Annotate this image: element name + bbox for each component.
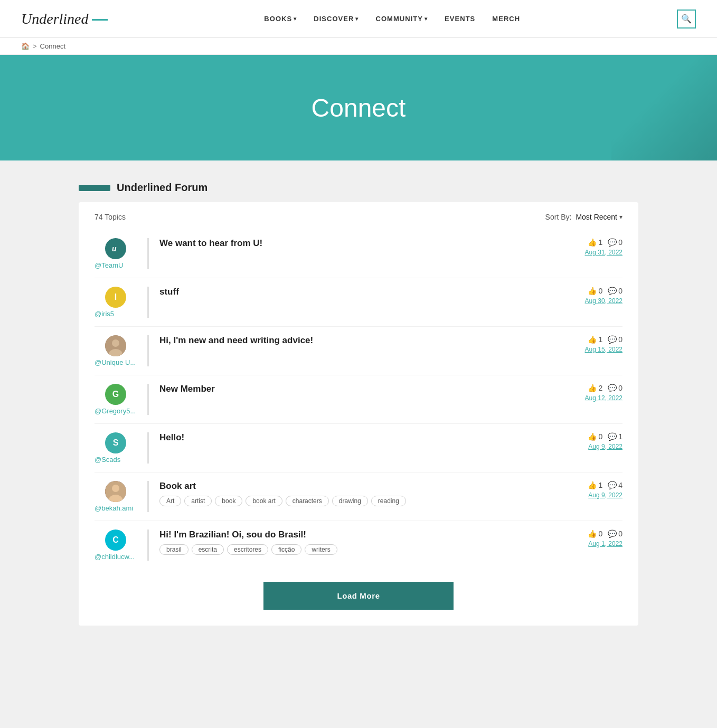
likes-stat: 👍2 [588,384,602,392]
topic-username[interactable]: @Scads [95,456,137,464]
tag[interactable]: brasil [159,544,188,555]
svg-point-5 [112,485,119,492]
forum-section-title: Underlined Forum [117,182,207,194]
topic-title[interactable]: Book art [159,481,563,491]
topic-title[interactable]: New Member [159,384,563,394]
nav-item-discover[interactable]: DISCOVER▾ [314,15,358,23]
tag[interactable]: drawing [332,496,368,506]
likes-stat: 👍1 [588,335,602,344]
stats-row: 👍0💬0 [588,287,622,295]
table-row[interactable]: @bekah.amiBook artArtartistbookbook artc… [95,472,622,521]
avatar: S [105,432,126,453]
stats-row: 👍1💬0 [588,238,622,247]
main-nav: BOOKS▾DISCOVER▾COMMUNITY▾EVENTSMERCH [264,15,520,23]
topic-title[interactable]: Hello! [159,432,563,443]
tag[interactable]: ficção [271,544,301,555]
topic-date[interactable]: Aug 9, 2022 [588,443,622,450]
nav-item-community[interactable]: COMMUNITY▾ [376,15,428,23]
likes-count: 1 [598,481,602,489]
topic-stats: 👍2💬0Aug 12, 2022 [570,384,622,402]
topic-divider [147,287,149,318]
breadcrumb-current: Connect [40,42,65,50]
stats-row: 👍1💬0 [588,335,622,344]
topic-title[interactable]: Hi! I'm Brazilian! Oi, sou do Brasil! [159,530,563,540]
likes-count: 1 [598,238,602,247]
site-logo[interactable]: Underlined [21,11,108,27]
forum-box: 74 Topics Sort By: Most Recent ▾ u@TeamU… [79,202,638,626]
comments-count: 0 [618,287,622,295]
likes-count: 0 [598,287,602,295]
chevron-down-icon: ▾ [294,16,297,22]
topic-username[interactable]: @childlucw... [95,553,137,561]
tag[interactable]: escritores [227,544,268,555]
tag[interactable]: book [215,496,242,506]
table-row[interactable]: G@Gregory5...New Member👍2💬0Aug 12, 2022 [95,375,622,424]
topic-date[interactable]: Aug 12, 2022 [585,394,622,402]
topic-title[interactable]: We want to hear from U! [159,238,563,249]
comment-icon: 💬 [608,384,617,392]
breadcrumb-separator: > [33,42,37,50]
avatar [105,335,126,356]
search-button[interactable]: 🔍 [677,10,696,29]
topic-title[interactable]: Hi, I'm new and need writing advice! [159,335,563,346]
tag[interactable]: reading [371,496,406,506]
topic-user-section: G@Gregory5... [95,384,137,415]
table-row[interactable]: u@TeamUWe want to hear from U!👍1💬0Aug 31… [95,230,622,278]
likes-stat: 👍0 [588,287,602,295]
topic-divider [147,238,149,269]
topic-date[interactable]: Aug 31, 2022 [585,249,622,256]
topic-divider [147,432,149,464]
tag[interactable]: characters [286,496,329,506]
tag[interactable]: Art [159,496,181,506]
forum-header-bar-decoration [79,185,110,191]
nav-item-merch[interactable]: MERCH [492,15,520,23]
comments-stat: 💬0 [608,384,622,392]
topic-divider [147,530,149,561]
likes-stat: 👍0 [588,530,602,538]
table-row[interactable]: I@iris5stuff👍0💬0Aug 30, 2022 [95,278,622,327]
topic-body: Hi! I'm Brazilian! Oi, sou do Brasil!bra… [159,530,563,555]
topic-username[interactable]: @bekah.ami [95,504,137,512]
nav-item-books[interactable]: BOOKS▾ [264,15,297,23]
sort-value: Most Recent [576,213,617,221]
topic-tags: brasilescritaescritoresficçãowriters [159,544,563,555]
load-more-button[interactable]: Load More [263,582,454,610]
likes-stat: 👍1 [588,238,602,247]
svg-point-2 [112,339,119,347]
topic-divider [147,384,149,415]
chevron-down-icon: ▾ [355,16,358,22]
nav-item-events[interactable]: EVENTS [445,15,475,23]
avatar: G [105,384,126,405]
avatar: C [105,530,126,551]
table-row[interactable]: @Unique U...Hi, I'm new and need writing… [95,327,622,375]
tag[interactable]: book art [246,496,282,506]
table-row[interactable]: S@ScadsHello!👍0💬1Aug 9, 2022 [95,424,622,472]
sort-control[interactable]: Sort By: Most Recent ▾ [545,213,622,221]
likes-stat: 👍0 [588,432,602,441]
topic-username[interactable]: @Unique U... [95,358,137,366]
stats-row: 👍1💬4 [588,481,622,489]
topic-username[interactable]: @TeamU [95,261,137,269]
topic-username[interactable]: @Gregory5... [95,407,137,415]
topic-date[interactable]: Aug 15, 2022 [585,346,622,353]
topic-stats: 👍1💬0Aug 31, 2022 [570,238,622,256]
thumbs-up-icon: 👍 [588,481,597,489]
table-row[interactable]: C@childlucw...Hi! I'm Brazilian! Oi, sou… [95,521,622,569]
hero-banner: Connect [0,55,717,160]
comments-stat: 💬0 [608,530,622,538]
comments-count: 0 [618,335,622,344]
thumbs-up-icon: 👍 [588,432,597,441]
topic-date[interactable]: Aug 1, 2022 [588,540,622,547]
sort-select[interactable]: Most Recent ▾ [576,213,622,221]
topic-username[interactable]: @iris5 [95,310,137,318]
topic-divider [147,481,149,512]
comments-count: 1 [618,432,622,441]
topic-title[interactable]: stuff [159,287,563,297]
topic-date[interactable]: Aug 30, 2022 [585,297,622,305]
topic-date[interactable]: Aug 9, 2022 [588,491,622,499]
tag[interactable]: writers [305,544,337,555]
home-icon[interactable]: 🏠 [21,42,30,50]
tag[interactable]: artist [184,496,212,506]
sort-chevron-icon: ▾ [619,213,622,221]
tag[interactable]: escrita [192,544,224,555]
